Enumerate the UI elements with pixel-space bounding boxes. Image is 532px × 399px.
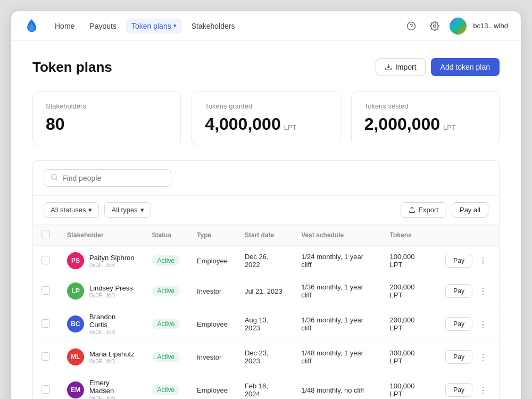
stat-card-tokens-granted: Tokens granted 4,000,000 LPT bbox=[192, 91, 340, 145]
row-actions-cell: Pay ⋮ bbox=[437, 276, 499, 306]
table-body: PS Paityn Siphron 0x0F...fcB Active Empl… bbox=[33, 246, 499, 400]
row-checkbox[interactable] bbox=[41, 385, 50, 394]
filter-right: Export Pay all bbox=[401, 202, 488, 218]
row-vest-schedule-cell: 1/48 monthly, 1 year cliff bbox=[293, 342, 381, 372]
more-options-button[interactable]: ⋮ bbox=[476, 317, 491, 331]
row-start-date-cell: Dec 26, 2022 bbox=[236, 246, 293, 276]
stakeholder-name: Paityn Siphron bbox=[89, 254, 135, 262]
more-options-button[interactable]: ⋮ bbox=[476, 254, 491, 268]
stakeholder-address: 0x0F...fcB bbox=[89, 292, 133, 298]
stat-value-0: 80 bbox=[46, 114, 168, 134]
help-icon bbox=[406, 21, 416, 31]
table-row: ML Maria Lipshutz 0x0F...fcB Active Inve… bbox=[33, 342, 499, 372]
row-start-date-cell: Aug 13, 2023 bbox=[236, 306, 293, 342]
nav-stakeholders[interactable]: Stakeholders bbox=[186, 19, 240, 34]
avatar: ML bbox=[67, 348, 84, 365]
stakeholder-info: Emery Madsen 0x0F...fcB bbox=[89, 379, 135, 399]
filter-left: All statuses ▾ All types ▾ bbox=[44, 202, 151, 218]
row-stakeholder-cell: EM Emery Madsen 0x0F...fcB bbox=[59, 372, 143, 400]
col-start-date: Start date bbox=[236, 225, 293, 246]
username-label: bc13...wlhd bbox=[473, 22, 508, 30]
col-vest-schedule: Vest schedule bbox=[293, 225, 381, 246]
row-stakeholder-cell: ML Maria Lipshutz 0x0F...fcB bbox=[59, 342, 143, 372]
add-token-plan-button[interactable]: Add token plan bbox=[431, 58, 500, 76]
more-options-button[interactable]: ⋮ bbox=[476, 383, 491, 397]
row-checkbox-cell bbox=[33, 246, 59, 276]
pay-button[interactable]: Pay bbox=[445, 383, 472, 397]
search-box[interactable] bbox=[44, 169, 171, 187]
row-checkbox[interactable] bbox=[41, 286, 50, 295]
settings-button[interactable] bbox=[426, 18, 443, 35]
row-tokens-cell: 200,000 LPT bbox=[381, 306, 437, 342]
status-badge: Active bbox=[152, 319, 180, 329]
pay-all-button[interactable]: Pay all bbox=[452, 202, 488, 218]
pay-button[interactable]: Pay bbox=[445, 317, 472, 331]
avatar[interactable] bbox=[450, 18, 467, 35]
main-content: Token plans Import Add token plan Stakeh… bbox=[11, 41, 521, 399]
row-stakeholder-cell: LP Lindsey Press 0x0F...fcB bbox=[59, 276, 143, 306]
row-type-cell: Investor bbox=[188, 342, 236, 372]
select-all-checkbox[interactable] bbox=[41, 230, 50, 238]
nav-home[interactable]: Home bbox=[49, 19, 80, 34]
row-status-cell: Active bbox=[143, 246, 188, 276]
more-options-button[interactable]: ⋮ bbox=[476, 350, 491, 364]
import-button[interactable]: Import bbox=[376, 58, 426, 76]
table-row: PS Paityn Siphron 0x0F...fcB Active Empl… bbox=[33, 246, 499, 276]
export-button[interactable]: Export bbox=[401, 202, 446, 218]
stakeholder-info: Brandon Curtis 0x0F...fcB bbox=[89, 313, 135, 335]
stat-value-1: 4,000,000 LPT bbox=[205, 114, 327, 134]
row-stakeholder-cell: PS Paityn Siphron 0x0F...fcB bbox=[59, 246, 143, 276]
col-actions bbox=[437, 225, 499, 246]
table-toolbar bbox=[33, 161, 499, 196]
svg-line-5 bbox=[56, 179, 57, 180]
nav-token-plans[interactable]: Token plans ▾ bbox=[126, 19, 182, 34]
stakeholder-name: Lindsey Press bbox=[89, 284, 133, 292]
row-type-cell: Investor bbox=[188, 276, 236, 306]
row-type-cell: Employee bbox=[188, 306, 236, 342]
page-title: Token plans bbox=[32, 59, 112, 76]
row-tokens-cell: 100,000 LPT bbox=[381, 246, 437, 276]
stakeholder-address: 0x0F...fcB bbox=[89, 395, 135, 399]
more-options-button[interactable]: ⋮ bbox=[476, 284, 491, 298]
row-status-cell: Active bbox=[143, 276, 188, 306]
stakeholder-info: Paityn Siphron 0x0F...fcB bbox=[89, 254, 135, 268]
row-tokens-cell: 200,000 LPT bbox=[381, 276, 437, 306]
export-icon bbox=[409, 206, 415, 213]
svg-point-2 bbox=[434, 24, 436, 27]
page-header: Token plans Import Add token plan bbox=[32, 58, 500, 76]
status-filter-button[interactable]: All statuses ▾ bbox=[44, 202, 99, 218]
row-checkbox-cell bbox=[33, 342, 59, 372]
stakeholder-name: Brandon Curtis bbox=[89, 313, 135, 329]
table-container: All statuses ▾ All types ▾ bbox=[32, 160, 500, 399]
row-vest-schedule-cell: 1/48 monthly, no cliff bbox=[293, 372, 381, 400]
row-start-date-cell: Jul 21, 2023 bbox=[236, 276, 293, 306]
row-actions-cell: Pay ⋮ bbox=[437, 246, 499, 276]
help-button[interactable] bbox=[403, 18, 420, 35]
status-badge: Active bbox=[152, 385, 180, 395]
search-input[interactable] bbox=[62, 174, 164, 182]
gear-icon bbox=[430, 21, 439, 31]
header-actions: Import Add token plan bbox=[376, 58, 500, 76]
row-checkbox[interactable] bbox=[41, 352, 50, 361]
row-status-cell: Active bbox=[143, 306, 188, 342]
stat-card-stakeholders: Stakeholders 80 bbox=[32, 91, 181, 145]
type-filter-button[interactable]: All types ▾ bbox=[104, 202, 151, 218]
row-actions-cell: Pay ⋮ bbox=[437, 342, 499, 372]
nav-payouts[interactable]: Payouts bbox=[84, 19, 122, 34]
col-checkbox bbox=[33, 225, 59, 246]
import-icon bbox=[385, 63, 392, 71]
table-row: EM Emery Madsen 0x0F...fcB Active Employ… bbox=[33, 372, 499, 400]
app-window: Home Payouts Token plans ▾ Stakeholders bbox=[11, 11, 521, 399]
row-status-cell: Active bbox=[143, 342, 188, 372]
avatar: PS bbox=[67, 252, 84, 269]
pay-button[interactable]: Pay bbox=[445, 350, 472, 364]
pay-button[interactable]: Pay bbox=[445, 284, 472, 298]
row-checkbox[interactable] bbox=[41, 319, 50, 328]
row-stakeholder-cell: BC Brandon Curtis 0x0F...fcB bbox=[59, 306, 143, 342]
row-checkbox[interactable] bbox=[41, 256, 50, 264]
row-checkbox-cell bbox=[33, 306, 59, 342]
row-type-cell: Employee bbox=[188, 246, 236, 276]
stakeholder-info: Lindsey Press 0x0F...fcB bbox=[89, 284, 133, 298]
logo-icon bbox=[24, 19, 39, 34]
pay-button[interactable]: Pay bbox=[445, 254, 472, 268]
